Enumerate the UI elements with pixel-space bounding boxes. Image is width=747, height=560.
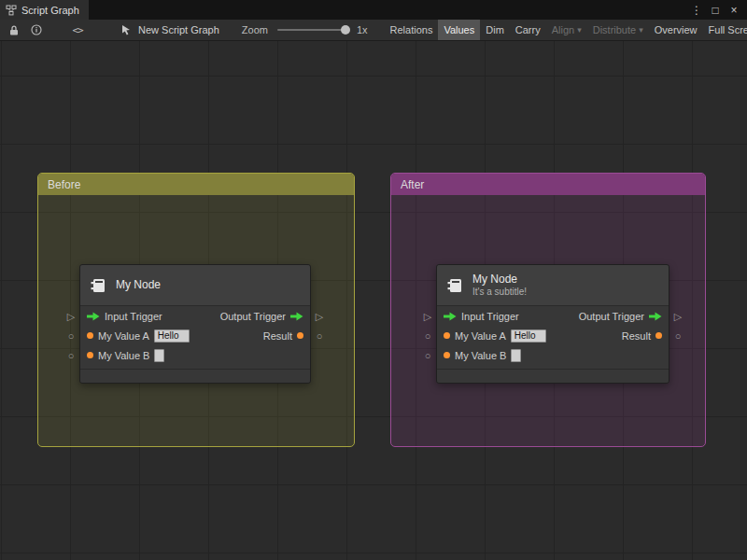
external-flow-input-port[interactable]: ▷ xyxy=(64,307,78,327)
port-label: Output Trigger xyxy=(579,311,644,322)
node-title: My Node xyxy=(472,273,527,287)
port-row: My Value A Result xyxy=(80,326,310,345)
external-flow-output-port[interactable]: ▷ xyxy=(313,307,326,327)
chevron-down-icon: ▾ xyxy=(639,26,643,35)
value-input-port-icon[interactable] xyxy=(444,352,450,358)
code-icon[interactable]: <> xyxy=(69,20,86,41)
group-before-header[interactable]: Before xyxy=(38,174,354,195)
external-value-output-port[interactable]: ○ xyxy=(313,327,326,346)
node-footer xyxy=(80,369,310,383)
graph-canvas[interactable]: Before After My Node xyxy=(0,41,747,560)
close-icon[interactable]: × xyxy=(726,4,741,17)
external-flow-input-port[interactable]: ▷ xyxy=(421,307,434,327)
port-label: Input Trigger xyxy=(461,311,519,322)
overview-button[interactable]: Overview xyxy=(649,20,703,41)
port-row: My Value B xyxy=(80,345,310,365)
node-title: My Node xyxy=(116,278,161,292)
flow-output-port-icon[interactable] xyxy=(649,312,662,321)
port-label: Result xyxy=(263,330,292,342)
value-input-port-icon[interactable] xyxy=(87,352,93,358)
values-button[interactable]: Values xyxy=(438,20,480,41)
node-after-header[interactable]: My Node It's a subtitle! xyxy=(437,265,669,306)
value-output-port-icon[interactable] xyxy=(655,332,662,339)
maximize-icon[interactable]: □ xyxy=(708,4,723,17)
tab-bar: Script Graph ⋮ □ × xyxy=(0,0,747,20)
pointer-icon xyxy=(118,20,134,41)
distribute-button: Distribute▾ xyxy=(587,20,649,41)
graph-name-label[interactable]: New Script Graph xyxy=(138,24,219,35)
port-label: Output Trigger xyxy=(220,311,286,322)
script-graph-icon xyxy=(6,5,17,16)
zoom-label: Zoom xyxy=(242,24,268,35)
align-button: Align▾ xyxy=(546,20,587,41)
graph-toolbar: <> New Script Graph Zoom 1x Relations Va… xyxy=(0,20,747,41)
flow-output-port-icon[interactable] xyxy=(290,312,303,321)
group-after-header[interactable]: After xyxy=(391,174,705,195)
window-controls: ⋮ □ × xyxy=(689,0,747,20)
value-output-port-icon[interactable] xyxy=(297,332,303,339)
node-after[interactable]: My Node It's a subtitle! Input Trigger O… xyxy=(436,264,669,384)
node-icon xyxy=(90,276,108,295)
flow-input-port-icon[interactable] xyxy=(87,312,100,321)
value-input-port-icon[interactable] xyxy=(87,332,93,339)
script-graph-window: Script Graph ⋮ □ × <> xyxy=(0,0,747,560)
carry-button[interactable]: Carry xyxy=(510,20,546,41)
port-row: My Value A Result xyxy=(437,326,669,345)
relations-button[interactable]: Relations xyxy=(385,20,439,41)
node-before-header[interactable]: My Node xyxy=(80,265,310,306)
toolbar-buttons: Relations Values Dim Carry Align▾ Distri… xyxy=(385,20,747,41)
external-value-input-port[interactable]: ○ xyxy=(421,327,434,346)
lock-icon[interactable] xyxy=(6,20,22,41)
menu-icon[interactable]: ⋮ xyxy=(689,4,704,17)
flow-input-port-icon[interactable] xyxy=(444,312,457,321)
tabbar-spacer xyxy=(89,0,689,20)
external-value-input-port[interactable]: ○ xyxy=(64,327,78,346)
zoom-slider-knob[interactable] xyxy=(341,25,350,35)
port-row: Input Trigger Output Trigger xyxy=(80,306,310,326)
dim-button[interactable]: Dim xyxy=(480,20,510,41)
fullscreen-button[interactable]: Full Screen xyxy=(703,20,747,41)
node-icon xyxy=(446,276,465,295)
external-flow-output-port[interactable]: ▷ xyxy=(671,307,684,327)
port-label: Result xyxy=(622,330,651,342)
node-subtitle: It's a subtitle! xyxy=(472,287,527,299)
port-row: Input Trigger Output Trigger xyxy=(437,306,669,326)
chevron-down-icon: ▾ xyxy=(577,26,582,35)
value-input-port-icon[interactable] xyxy=(444,332,450,339)
value-b-field[interactable] xyxy=(154,349,164,362)
value-a-field[interactable] xyxy=(154,329,190,343)
external-value-input-port[interactable]: ○ xyxy=(64,346,78,366)
port-label: Input Trigger xyxy=(105,311,162,322)
zoom-slider[interactable] xyxy=(277,29,348,31)
tab-title: Script Graph xyxy=(21,5,79,16)
port-label: My Value B xyxy=(455,350,506,361)
zoom-value: 1x xyxy=(357,24,368,35)
node-before[interactable]: My Node Input Trigger Output Trigger My … xyxy=(79,264,311,384)
tab-script-graph[interactable]: Script Graph xyxy=(0,0,89,20)
value-b-field[interactable] xyxy=(511,349,521,362)
port-label: My Value A xyxy=(455,330,506,342)
port-label: My Value B xyxy=(98,350,149,361)
node-footer xyxy=(437,369,669,383)
info-icon[interactable] xyxy=(28,20,45,41)
group-after-title: After xyxy=(401,178,424,191)
external-value-input-port[interactable]: ○ xyxy=(421,346,434,366)
value-a-field[interactable] xyxy=(511,329,546,343)
port-label: My Value A xyxy=(98,330,149,342)
external-value-output-port[interactable]: ○ xyxy=(671,327,684,346)
group-before-title: Before xyxy=(48,178,80,191)
port-row: My Value B xyxy=(437,345,669,365)
